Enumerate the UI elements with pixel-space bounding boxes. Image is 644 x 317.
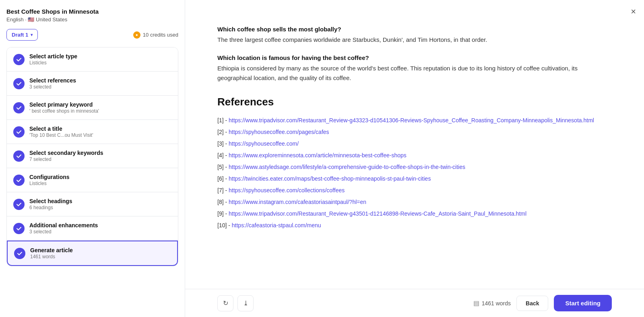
step-sub-headings: 6 headings xyxy=(29,205,72,210)
content-area: Which coffee shop sells the most globall… xyxy=(185,0,644,289)
bottom-right-actions: ▤ 1461 words Back Start editing xyxy=(473,295,612,311)
step-check-article-type xyxy=(13,54,25,65)
step-item-article-type[interactable]: Select article type Listicles xyxy=(7,47,178,72)
chevron-down-icon: ▾ xyxy=(31,33,33,37)
step-sub-secondary-keywords: 7 selected xyxy=(29,156,103,162)
reference-link[interactable]: https://www.astyledsage.com/lifestyle/a-… xyxy=(229,164,465,170)
step-item-headings[interactable]: Select headings 6 headings xyxy=(7,192,178,216)
document-icon: ▤ xyxy=(473,299,479,307)
step-check-configurations xyxy=(13,175,25,186)
reference-link[interactable]: https://cafeastoria-stpaul.com/menu xyxy=(232,222,321,228)
reference-item: [7] - https://spyhousecoffee.com/collect… xyxy=(217,186,612,195)
draft-label: Draft 1 xyxy=(12,32,28,38)
step-check-secondary-keywords xyxy=(13,150,25,162)
faq-question: Which coffee shop sells the most globall… xyxy=(217,26,612,33)
step-check-headings xyxy=(13,199,25,210)
step-check-references xyxy=(13,78,25,89)
step-sub-article-type: Listicles xyxy=(29,60,77,66)
download-button[interactable]: ⤓ xyxy=(237,295,254,311)
step-name-headings: Select headings xyxy=(29,198,72,204)
reference-item: [10] - https://cafeastoria-stpaul.com/me… xyxy=(217,221,612,230)
step-item-configurations[interactable]: Configurations Listicles xyxy=(7,168,178,192)
step-item-generate[interactable]: Generate article 1461 words xyxy=(7,241,178,266)
reference-item: [5] - https://www.astyledsage.com/lifest… xyxy=(217,163,612,171)
reference-link[interactable]: https://www.instagram.com/cafeastoriasai… xyxy=(229,199,366,205)
step-sub-primary-keyword: ' best coffee shops in minnesota' xyxy=(29,108,99,114)
step-check-enhancements xyxy=(13,223,25,234)
step-item-primary-keyword[interactable]: Select primary keyword ' best coffee sho… xyxy=(7,96,178,120)
back-button[interactable]: Back xyxy=(516,296,548,311)
header-row: Draft 1 ▾ ● 10 credits used xyxy=(6,29,178,41)
refresh-button[interactable]: ↻ xyxy=(217,295,233,311)
step-sub-references: 3 selected xyxy=(29,84,76,90)
step-sub-title: 'Top 10 Best C...ou Must Visit' xyxy=(29,132,93,138)
reference-item: [3] - https://spyhousecoffee.com/ xyxy=(217,140,612,148)
step-sub-generate: 1461 words xyxy=(30,254,73,259)
step-sub-configurations: Listicles xyxy=(29,181,70,186)
article-meta: English · 🇺🇸 United States xyxy=(6,16,178,23)
credits-label: 10 credits used xyxy=(143,32,178,38)
step-name-title: Select a title xyxy=(29,126,93,132)
reference-link[interactable]: https://www.exploreminnesota.com/article… xyxy=(229,152,407,158)
reference-link[interactable]: https://www.tripadvisor.com/Restaurant_R… xyxy=(229,210,526,217)
step-name-references: Select references xyxy=(29,77,76,84)
step-check-generate xyxy=(14,248,25,259)
step-check-primary-keyword xyxy=(13,102,25,113)
step-name-secondary-keywords: Select secondary keywords xyxy=(29,150,103,156)
step-item-title[interactable]: Select a title 'Top 10 Best C...ou Must … xyxy=(7,120,178,144)
step-check-title xyxy=(13,126,25,138)
step-name-generate: Generate article xyxy=(30,247,73,253)
step-item-references[interactable]: Select references 3 selected xyxy=(7,72,178,96)
reference-item: [6] - https://twincities.eater.com/maps/… xyxy=(217,175,612,183)
steps-list: Select article type Listicles Select ref… xyxy=(6,47,178,266)
reference-item: [4] - https://www.exploreminnesota.com/a… xyxy=(217,151,612,160)
references-heading: References xyxy=(217,96,612,108)
step-item-secondary-keywords[interactable]: Select secondary keywords 7 selected xyxy=(7,144,178,168)
step-name-enhancements: Additional enhancements xyxy=(29,222,98,228)
step-item-enhancements[interactable]: Additional enhancements 3 selected xyxy=(7,216,178,241)
step-name-article-type: Select article type xyxy=(29,53,77,60)
coin-icon: ● xyxy=(133,31,140,39)
refresh-icon: ↻ xyxy=(223,299,228,307)
faq-question: Which location is famous for having the … xyxy=(217,54,612,61)
reference-link[interactable]: https://spyhousecoffee.com/ xyxy=(229,140,299,147)
bottom-left-actions: ↻ ⤓ xyxy=(217,295,254,311)
step-sub-enhancements: 3 selected xyxy=(29,229,98,235)
reference-link[interactable]: https://spyhousecoffee.com/collections/c… xyxy=(229,187,345,193)
draft-button[interactable]: Draft 1 ▾ xyxy=(6,29,38,41)
faq-answer: Ethiopia is considered by many as the so… xyxy=(217,64,612,83)
reference-link[interactable]: https://twincities.eater.com/maps/best-c… xyxy=(229,175,431,182)
step-name-primary-keyword: Select primary keyword xyxy=(29,101,99,108)
credits-badge: ● 10 credits used xyxy=(133,31,178,39)
step-name-configurations: Configurations xyxy=(29,174,70,180)
bottom-bar: ↻ ⤓ ▤ 1461 words Back Start editing xyxy=(185,289,644,317)
word-count-label: 1461 words xyxy=(482,300,511,307)
reference-item: [1] - https://www.tripadvisor.com/Restau… xyxy=(217,116,612,125)
left-panel: Best Coffee Shops in Minnesota English ·… xyxy=(0,0,185,317)
word-count: ▤ 1461 words xyxy=(473,299,511,307)
article-title: Best Coffee Shops in Minnesota xyxy=(6,8,178,15)
faq-answer: The three largest coffee companies world… xyxy=(217,35,612,45)
download-icon: ⤓ xyxy=(243,299,248,307)
reference-item: [8] - https://www.instagram.com/cafeasto… xyxy=(217,198,612,206)
start-editing-button[interactable]: Start editing xyxy=(554,295,612,311)
reference-link[interactable]: https://www.tripadvisor.com/Restaurant_R… xyxy=(229,117,594,124)
right-panel: × Which coffee shop sells the most globa… xyxy=(185,0,644,317)
reference-link[interactable]: https://spyhousecoffee.com/pages/cafes xyxy=(229,129,329,135)
reference-item: [9] - https://www.tripadvisor.com/Restau… xyxy=(217,210,612,218)
reference-item: [2] - https://spyhousecoffee.com/pages/c… xyxy=(217,128,612,136)
close-button[interactable]: × xyxy=(631,6,636,17)
